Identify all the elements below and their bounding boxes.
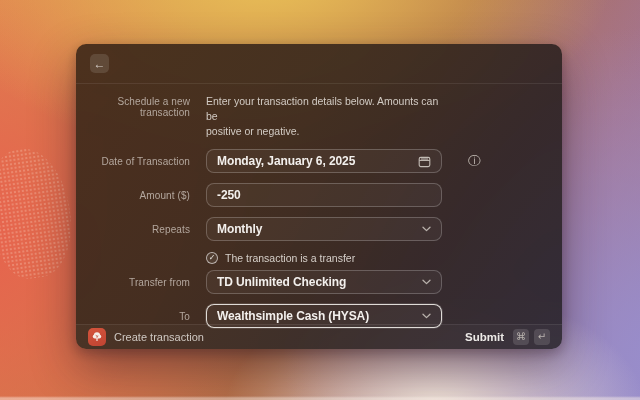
transfer-checkbox-group: ✓ The transaction is a transfer bbox=[206, 252, 442, 264]
form-description: Enter your transaction details below. Am… bbox=[206, 94, 442, 139]
form-description-line2: positive or negative. bbox=[206, 124, 442, 139]
back-button[interactable]: ← bbox=[90, 54, 109, 73]
amount-label: Amount ($) bbox=[96, 190, 190, 201]
dialog-body: Schedule a new transaction Enter your tr… bbox=[76, 84, 562, 328]
calendar-icon[interactable] bbox=[418, 155, 431, 168]
footer-action-title: Create transaction bbox=[114, 331, 204, 343]
transfer-from-row: Transfer from TD Unlimited Checking bbox=[96, 270, 542, 294]
chevron-down-icon bbox=[422, 279, 431, 285]
transfer-from-select[interactable]: TD Unlimited Checking bbox=[206, 270, 442, 294]
info-icon[interactable]: ⓘ bbox=[468, 155, 542, 168]
repeats-row: Repeats Monthly bbox=[96, 217, 542, 241]
transfer-to-value: Wealthsimple Cash (HYSA) bbox=[217, 309, 422, 323]
submit-button[interactable]: Submit bbox=[465, 331, 504, 343]
submit-group: Submit ⌘ ↵ bbox=[465, 329, 550, 345]
background-dot-texture bbox=[0, 143, 79, 283]
transfer-checkbox-row: ✓ The transaction is a transfer bbox=[96, 251, 542, 264]
amount-row: Amount ($) -250 bbox=[96, 183, 542, 207]
return-key-icon: ↵ bbox=[534, 329, 550, 345]
date-label: Date of Transaction bbox=[96, 156, 190, 167]
repeats-select[interactable]: Monthly bbox=[206, 217, 442, 241]
repeats-label: Repeats bbox=[96, 224, 190, 235]
chevron-down-icon bbox=[422, 313, 431, 319]
repeats-value: Monthly bbox=[217, 222, 422, 236]
amount-value: -250 bbox=[217, 188, 431, 202]
form-title: Schedule a new transaction bbox=[96, 94, 190, 118]
transfer-to-label: To bbox=[96, 311, 190, 322]
date-value: Monday, January 6, 2025 bbox=[217, 154, 418, 168]
check-icon: ✓ bbox=[209, 254, 216, 262]
form-description-line1: Enter your transaction details below. Am… bbox=[206, 94, 442, 124]
command-key-icon: ⌘ bbox=[513, 329, 529, 345]
transfer-from-value: TD Unlimited Checking bbox=[217, 275, 422, 289]
dialog-footer: Create transaction Submit ⌘ ↵ bbox=[76, 324, 562, 349]
transfer-checkbox-label: The transaction is a transfer bbox=[225, 252, 355, 264]
date-input[interactable]: Monday, January 6, 2025 bbox=[206, 149, 442, 173]
chevron-down-icon bbox=[422, 226, 431, 232]
tree-icon bbox=[91, 331, 103, 343]
transfer-checkbox[interactable]: ✓ bbox=[206, 252, 218, 264]
intro-row: Schedule a new transaction Enter your tr… bbox=[96, 94, 542, 139]
schedule-transaction-dialog: ← Schedule a new transaction Enter your … bbox=[76, 44, 562, 349]
date-row: Date of Transaction Monday, January 6, 2… bbox=[96, 149, 542, 173]
transfer-from-label: Transfer from bbox=[96, 277, 190, 288]
amount-input[interactable]: -250 bbox=[206, 183, 442, 207]
dialog-header: ← bbox=[76, 44, 562, 84]
app-logo bbox=[88, 328, 106, 346]
back-arrow-icon: ← bbox=[94, 58, 106, 70]
